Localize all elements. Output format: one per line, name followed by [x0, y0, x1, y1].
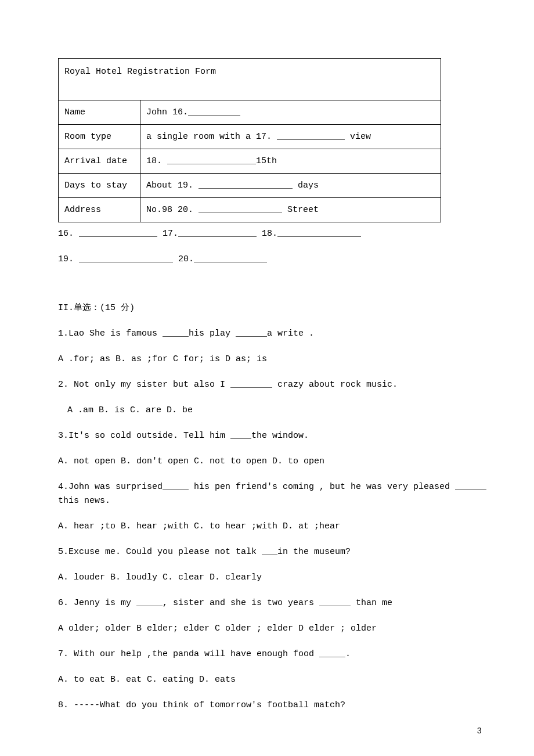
question-5-options: A. louder B. loudly C. clear D. clearly	[58, 571, 488, 585]
question-5: 5.Excuse me. Could you please not talk _…	[58, 545, 488, 559]
question-2: 2. Not only my sister but also I _______…	[58, 378, 488, 392]
question-7-options: A. to eat B. eat C. eating D. eats	[58, 673, 488, 687]
row-value-days: About 19. __________________ days	[140, 174, 441, 198]
table-row: Address No.98 20. ________________ Stree…	[59, 198, 441, 222]
question-3-options: A. not open B. don't open C. not to open…	[58, 455, 488, 469]
table-row: Name John 16.__________	[59, 100, 441, 125]
row-value-roomtype: a single room with a 17. _____________ v…	[140, 125, 441, 149]
table-row: Days to stay About 19. _________________…	[59, 174, 441, 198]
question-4-options: A. hear ;to B. hear ;with C. to hear ;wi…	[58, 520, 488, 534]
row-label-name: Name	[59, 100, 140, 125]
question-6-options: A older; older B elder; elder C older ; …	[58, 622, 488, 636]
form-title-cell: Royal Hotel Registration Form	[59, 59, 441, 100]
question-1-options: A .for; as B. as ;for C for; is D as; is	[58, 352, 488, 366]
question-7: 7. With our help ,the panda will have en…	[58, 647, 488, 661]
section-2-title: II.单选：(15 分)	[58, 301, 488, 315]
row-label-roomtype: Room type	[59, 125, 140, 149]
answers-line-1: 16. _______________ 17._______________ 1…	[58, 227, 488, 241]
section-spacer	[58, 278, 488, 301]
table-header-row: Royal Hotel Registration Form	[59, 59, 441, 100]
table-row: Arrival date 18. _________________15th	[59, 149, 441, 174]
worksheet-page: Royal Hotel Registration Form Name John …	[0, 0, 534, 756]
question-8: 8. -----What do you think of tomorrow's …	[58, 699, 488, 712]
registration-form-table: Royal Hotel Registration Form Name John …	[58, 58, 441, 222]
row-value-address: No.98 20. ________________ Street	[140, 198, 441, 222]
question-2-options: A .am B. is C. are D. be	[58, 404, 488, 417]
question-4: 4.John was surprised_____ his pen friend…	[58, 480, 488, 508]
table-row: Room type a single room with a 17. _____…	[59, 125, 441, 149]
row-label-address: Address	[59, 198, 140, 222]
row-value-arrival: 18. _________________15th	[140, 149, 441, 174]
page-number: 3	[477, 726, 482, 736]
question-6: 6. Jenny is my _____, sister and she is …	[58, 596, 488, 610]
answers-line-2: 19. __________________ 20.______________	[58, 253, 488, 267]
row-value-name: John 16.__________	[140, 100, 441, 125]
row-label-arrival: Arrival date	[59, 149, 140, 174]
question-3: 3.It's so cold outside. Tell him ____the…	[58, 429, 488, 443]
question-1: 1.Lao She is famous _____his play ______…	[58, 327, 488, 341]
row-label-days: Days to stay	[59, 174, 140, 198]
